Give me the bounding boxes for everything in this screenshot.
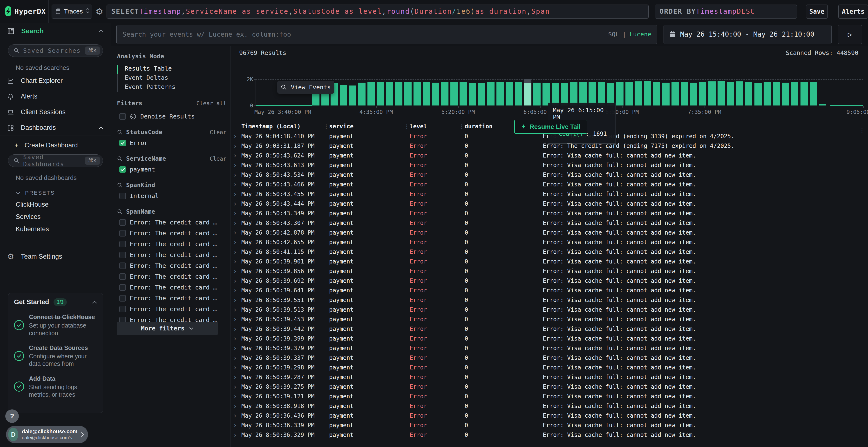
filter-option[interactable]: Error: The credit card … <box>119 295 226 302</box>
table-row[interactable]: ›May 26 8:50:36.339 PMpaymentError0Error… <box>231 420 868 430</box>
create-dashboard-button[interactable]: + Create Dashboard <box>0 136 111 149</box>
table-row[interactable]: ›May 26 8:50:42.878 PMpaymentError0Error… <box>231 228 868 238</box>
presets-toggle[interactable]: PRESETS <box>0 183 111 196</box>
checkbox-unchecked[interactable] <box>119 295 126 302</box>
row-expand-chevron[interactable]: › <box>231 422 241 429</box>
filter-option[interactable]: Error: The credit card … <box>119 273 226 280</box>
table-row[interactable]: ›May 26 8:50:39.551 PMpaymentError0Error… <box>231 295 868 305</box>
histogram-bar[interactable] <box>469 83 476 106</box>
row-expand-chevron[interactable]: › <box>231 287 241 294</box>
checkbox-unchecked[interactable] <box>119 252 126 258</box>
histogram-bar[interactable] <box>533 82 540 105</box>
table-row[interactable]: ›May 26 8:50:39.641 PMpaymentError0Error… <box>231 286 868 295</box>
row-expand-chevron[interactable]: › <box>231 239 241 246</box>
filter-option[interactable]: Error: The credit card … <box>119 219 226 226</box>
checkbox-unchecked[interactable] <box>119 230 126 237</box>
view-events-button[interactable]: View Events <box>277 81 334 94</box>
row-expand-chevron[interactable]: › <box>231 297 241 304</box>
filter-option[interactable]: Error <box>119 139 226 146</box>
row-expand-chevron[interactable]: › <box>231 133 241 140</box>
histogram-bar[interactable] <box>451 82 458 105</box>
table-row[interactable]: ›May 26 8:50:39.121 PMpaymentError0Error… <box>231 391 868 401</box>
query-language-toggle[interactable]: SQL | Lucene <box>608 31 651 38</box>
table-row[interactable]: ›May 26 8:50:38.918 PMpaymentError0Error… <box>231 401 868 411</box>
checkbox-checked[interactable] <box>119 166 126 173</box>
order-by-editor[interactable]: ORDER BY Timestamp DESC <box>655 5 797 19</box>
histogram-bar[interactable] <box>745 82 752 105</box>
histogram-bar[interactable] <box>598 82 605 105</box>
preset-item-services[interactable]: Services <box>0 211 111 223</box>
checkbox-unchecked[interactable] <box>119 263 126 269</box>
histogram-bar[interactable] <box>358 82 366 105</box>
filter-clear-button[interactable]: Clear <box>210 129 226 135</box>
histogram-bar[interactable] <box>506 82 513 105</box>
row-expand-chevron[interactable]: › <box>231 393 241 400</box>
alerts-button[interactable]: Alerts <box>838 5 868 19</box>
filter-option[interactable]: payment <box>119 166 226 173</box>
table-row[interactable]: ›May 26 8:50:43.444 PMpaymentError0Error… <box>231 199 868 209</box>
sidebar-item-alerts[interactable]: Alerts <box>0 89 111 104</box>
denoise-results-checkbox[interactable]: Denoise Results <box>119 113 230 120</box>
table-row[interactable]: ›May 26 8:50:43.613 PMpaymentError0Error… <box>231 161 868 170</box>
user-menu[interactable]: D dale@clickhouse.com dale@clickhouse.co… <box>6 426 88 443</box>
row-expand-chevron[interactable]: › <box>231 210 241 217</box>
source-settings-gear-icon[interactable]: ⚙ <box>95 6 103 16</box>
table-row[interactable]: ›May 26 8:50:41.115 PMpaymentError0Error… <box>231 247 868 257</box>
histogram-bar[interactable] <box>340 85 347 105</box>
histogram-bar[interactable] <box>736 81 743 105</box>
checkbox-unchecked[interactable] <box>119 193 126 199</box>
histogram-bar[interactable] <box>801 82 808 105</box>
histogram-bar[interactable] <box>561 83 568 106</box>
row-expand-chevron[interactable]: › <box>231 142 241 149</box>
row-expand-chevron[interactable]: › <box>231 316 241 323</box>
table-row[interactable]: ›May 26 8:50:43.455 PMpaymentError0Error… <box>231 189 868 199</box>
sidebar-item-client-sessions[interactable]: Client Sessions <box>0 104 111 120</box>
lang-sql[interactable]: SQL <box>608 31 619 38</box>
column-header-service[interactable]: service <box>329 123 404 130</box>
histogram-bar[interactable] <box>460 82 467 105</box>
checkbox-checked[interactable] <box>119 140 126 146</box>
row-expand-chevron[interactable]: › <box>231 335 241 342</box>
histogram-bar[interactable] <box>395 82 402 105</box>
filter-option[interactable]: Error: The credit card … <box>119 241 226 248</box>
table-row[interactable]: ›May 26 8:50:43.534 PMpaymentError0Error… <box>231 170 868 180</box>
histogram-bar[interactable] <box>404 82 411 105</box>
filter-option[interactable]: Error: The credit card … <box>119 251 226 259</box>
histogram-bar[interactable] <box>496 82 504 105</box>
row-expand-chevron[interactable]: › <box>231 162 241 169</box>
histogram-bar[interactable] <box>570 82 578 105</box>
analysis-mode-tab-event-deltas[interactable]: Event Deltas <box>117 73 230 82</box>
chevron-up-icon[interactable] <box>92 301 97 304</box>
filter-option[interactable]: Error: The credit card … <box>119 230 226 237</box>
row-expand-chevron[interactable]: › <box>231 268 241 275</box>
table-row[interactable]: ›May 26 8:50:39.442 PMpaymentError0Error… <box>231 324 868 334</box>
checkbox-unchecked[interactable] <box>119 219 126 226</box>
table-row[interactable]: ›May 26 8:50:39.298 PMpaymentError0Error… <box>231 363 868 372</box>
histogram-bar[interactable] <box>386 82 393 105</box>
histogram-bar[interactable] <box>717 81 725 105</box>
filter-clear-button[interactable]: Clear <box>210 156 226 162</box>
chevron-up-icon[interactable] <box>98 124 104 132</box>
sidebar-item-team-settings[interactable]: ⚙ Team Settings <box>0 248 111 265</box>
table-row[interactable]: ›May 26 8:50:39.513 PMpaymentError0Error… <box>231 305 868 314</box>
get-started-item[interactable]: Connect to ClickHouseSet up your databas… <box>14 313 97 337</box>
chevron-up-icon[interactable] <box>98 29 104 33</box>
filter-option[interactable]: Error: The credit card … <box>119 262 226 269</box>
histogram-bar[interactable] <box>552 83 559 105</box>
help-button[interactable]: ? <box>5 409 19 423</box>
histogram-bar[interactable] <box>542 83 550 106</box>
save-button[interactable]: Save <box>806 5 828 19</box>
column-options-icon[interactable]: ⋮ <box>859 128 865 133</box>
column-header-level[interactable]: level <box>410 123 459 130</box>
table-row[interactable]: ›May 26 8:50:39.287 PMpaymentError0Error… <box>231 372 868 382</box>
histogram-bar[interactable] <box>634 81 642 105</box>
row-expand-chevron[interactable]: › <box>231 152 241 159</box>
clear-all-filters-button[interactable]: Clear all <box>196 100 226 106</box>
histogram-bar[interactable] <box>515 82 522 105</box>
checkbox-unchecked[interactable] <box>119 241 126 247</box>
saved-searches-input[interactable]: Saved Searches ⌘K <box>8 44 103 57</box>
get-started-item[interactable]: Create Data SourcesConfigure where your … <box>14 344 97 368</box>
histogram-bar[interactable] <box>441 82 448 105</box>
sidebar-item-chart-explorer[interactable]: Chart Explorer <box>0 73 111 89</box>
lang-lucene[interactable]: Lucene <box>629 31 651 38</box>
